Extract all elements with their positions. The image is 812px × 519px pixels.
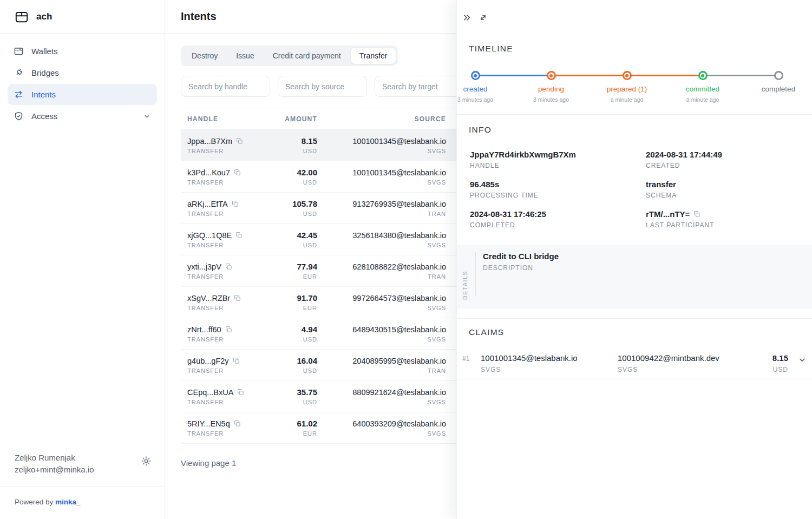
table-row[interactable]: 5RIY...EN5q TRANSFER 61.02 EUR 640039320… — [181, 412, 462, 444]
table-row[interactable]: g4ub...gF2y TRANSFER 16.04 USD 204089599… — [181, 350, 462, 381]
intent-type: TRANSFER — [187, 367, 278, 374]
intent-source: 3256184380@teslabank.io — [317, 231, 446, 240]
timeline-connector — [551, 75, 627, 76]
intent-source: 9972664573@teslabank.io — [317, 294, 446, 303]
user-email: zeljko+mint@minka.io — [15, 464, 150, 476]
table-row[interactable]: xjGQ...1Q8E TRANSFER 42.45 USD 325618438… — [181, 224, 462, 255]
table-row[interactable]: CEpq...BxUA TRANSFER 35.75 USD 880992162… — [181, 381, 462, 412]
copy-icon[interactable] — [233, 357, 240, 364]
copy-icon[interactable] — [693, 211, 700, 218]
intent-amount: 42.45 — [278, 231, 317, 240]
intent-currency: USD — [278, 336, 317, 343]
intent-currency: USD — [278, 148, 317, 154]
timeline-connector — [703, 75, 778, 76]
tab-destroy[interactable]: Destroy — [183, 48, 226, 64]
tab-transfer[interactable]: Transfer — [351, 48, 396, 64]
panel-divider — [457, 114, 812, 115]
collapse-panel-icon[interactable] — [462, 13, 472, 22]
search-by-handle-input[interactable] — [181, 76, 270, 97]
copy-icon[interactable] — [225, 326, 232, 333]
intent-handle: 5RIY...EN5q — [187, 419, 230, 428]
copy-icon[interactable] — [236, 137, 243, 144]
intent-source-symbol: SVGS — [317, 179, 446, 186]
chevron-down-icon — [143, 112, 151, 120]
intent-amount: 35.75 — [278, 387, 317, 397]
expand-panel-icon[interactable] — [479, 13, 488, 22]
intent-type: TRANSFER — [187, 336, 278, 343]
claim-index: #1 — [462, 355, 469, 363]
panel-divider — [457, 318, 812, 319]
intent-source-symbol: SVGS — [317, 430, 446, 437]
sidebar-item-access[interactable]: Access — [8, 106, 157, 127]
search-by-target-input[interactable] — [375, 76, 464, 97]
details-side-label: DETAILS — [462, 253, 468, 300]
intent-handle: yxti...j3pV — [187, 262, 221, 271]
description-label: DESCRIPTION — [483, 264, 559, 272]
intent-handle: k3Pd...Kou7 — [187, 168, 230, 177]
intent-type: TRANSFER — [187, 305, 278, 311]
tab-credit-card-payment[interactable]: Credit card payment — [264, 48, 350, 64]
search-by-source-input[interactable] — [278, 76, 367, 97]
timeline-step-time: a minute ago — [686, 96, 719, 103]
timeline-step-label: completed — [762, 85, 795, 93]
sidebar-item-label: Bridges — [31, 68, 59, 77]
intent-source-symbol: SVGS — [317, 242, 446, 248]
intent-handle: CEpq...BxUA — [187, 388, 233, 397]
intent-source: 2040895995@teslabank.io — [317, 357, 446, 365]
info-field-created: 2024-08-31 17:44:49 CREATED — [646, 150, 796, 169]
copy-icon[interactable] — [225, 263, 232, 270]
table-row[interactable]: aRKj...EfTA TRANSFER 105.78 USD 91327699… — [181, 193, 462, 224]
timeline-node — [471, 71, 480, 80]
intent-source: 6489430515@teslabank.io — [317, 325, 446, 334]
intent-amount: 16.04 — [278, 356, 317, 365]
gear-icon[interactable] — [141, 456, 152, 467]
sidebar-item-intents[interactable]: Intents — [8, 84, 157, 105]
info-field-handle: JppaY7Rd4irkbXwmgB7Xm HANDLE — [470, 150, 646, 169]
table-row[interactable]: k3Pd...Kou7 TRANSFER 42.00 USD 100100134… — [181, 161, 462, 193]
chevron-down-icon[interactable] — [798, 356, 807, 364]
sidebar-item-label: Wallets — [31, 47, 58, 56]
copy-icon[interactable] — [234, 420, 241, 427]
intent-source: 6281088822@teslabank.io — [317, 262, 446, 271]
intent-amount: 42.00 — [278, 168, 317, 177]
intent-type: TRANSFER — [187, 399, 278, 405]
app-logo-icon — [15, 10, 29, 24]
panel-divider — [457, 379, 812, 379]
intent-amount: 8.15 — [278, 136, 317, 146]
timeline-step-time: 3 minutes ago — [457, 96, 493, 103]
table-row[interactable]: Jppa...B7Xm TRANSFER 8.15 USD 1001001345… — [181, 130, 462, 161]
timeline-connector — [627, 75, 703, 76]
sidebar: ach Wallets Bridges Intents — [0, 0, 165, 519]
sidebar-item-label: Access — [31, 111, 57, 121]
details-section: DETAILS Credit to CLI bridge DESCRIPTION — [457, 245, 812, 308]
intent-currency: USD — [278, 179, 317, 186]
sidebar-item-bridges[interactable]: Bridges — [8, 62, 157, 83]
page-title: Intents — [181, 10, 217, 23]
timeline-step-label: created — [463, 85, 487, 93]
tab-issue[interactable]: Issue — [227, 48, 263, 64]
sidebar-item-wallets[interactable]: Wallets — [8, 41, 157, 62]
claim-row[interactable]: #1 1001001345@teslabank.io SVGS 10010094… — [457, 350, 812, 379]
minka-brand-link[interactable]: minka_ — [55, 498, 81, 506]
table-row[interactable]: xSgV...RZBr TRANSFER 91.70 EUR 997266457… — [181, 287, 462, 318]
copy-icon[interactable] — [235, 232, 243, 239]
table-row[interactable]: yxti...j3pV TRANSFER 77.94 EUR 628108882… — [181, 255, 462, 287]
copy-icon[interactable] — [237, 389, 244, 396]
info-field-schema: transfer SCHEMA — [646, 180, 796, 199]
intent-source-symbol: TRAN — [317, 367, 446, 374]
intent-source: 1001001345@teslabank.io — [317, 137, 446, 146]
timeline-step-label: prepared (1) — [607, 85, 647, 93]
plug-icon — [14, 68, 24, 78]
intent-amount: 91.70 — [278, 293, 317, 303]
timeline-step-time: a minute ago — [611, 96, 644, 103]
timeline-step-label: pending — [538, 85, 564, 93]
copy-icon[interactable] — [234, 169, 241, 176]
table-row[interactable]: zNrt...ff60 TRANSFER 4.94 USD 6489430515… — [181, 318, 462, 350]
sidebar-nav: Wallets Bridges Intents Access — [0, 34, 165, 127]
copy-icon[interactable] — [232, 200, 239, 207]
copy-icon[interactable] — [234, 294, 241, 301]
intent-currency: EUR — [278, 273, 317, 280]
sidebar-item-label: Intents — [31, 90, 56, 99]
intent-source-symbol: SVGS — [317, 148, 446, 154]
column-header-amount: AMOUNT — [278, 115, 317, 123]
